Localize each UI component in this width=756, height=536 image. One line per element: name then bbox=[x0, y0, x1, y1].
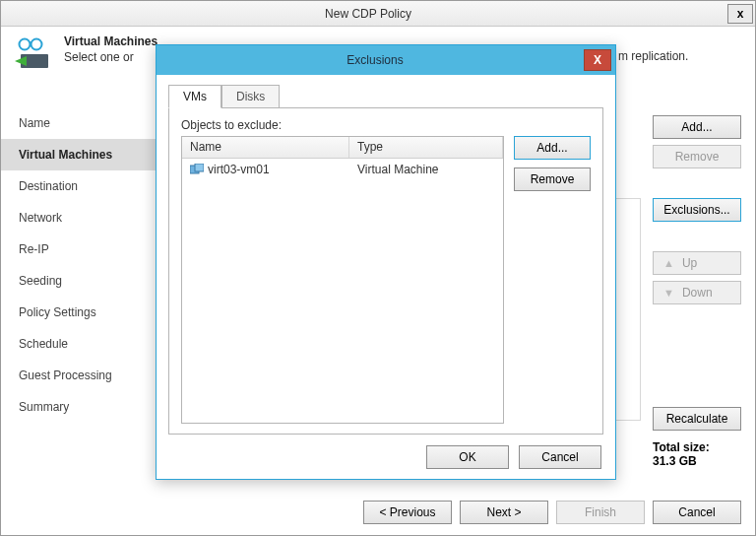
wizard-step-title: Virtual Machines bbox=[64, 34, 158, 48]
previous-button[interactable]: < Previous bbox=[363, 501, 452, 524]
exclusions-dialog: Exclusions X VMs Disks Objects to exclud… bbox=[156, 44, 616, 480]
exclusions-tabs: VMs Disks bbox=[168, 85, 603, 108]
svg-point-0 bbox=[20, 39, 31, 50]
tab-disks[interactable]: Disks bbox=[221, 85, 280, 108]
remove-button: Remove bbox=[653, 145, 741, 168]
total-size-value: 31.3 GB bbox=[653, 454, 741, 468]
sidebar-item-name[interactable]: Name bbox=[1, 107, 160, 139]
exclusions-button[interactable]: Exclusions... bbox=[653, 198, 741, 222]
sidebar-item-guest-processing[interactable]: Guest Processing bbox=[1, 360, 160, 391]
sidebar-item-destination[interactable]: Destination bbox=[1, 170, 160, 202]
sidebar-item-policy-settings[interactable]: Policy Settings bbox=[1, 297, 160, 328]
window-titlebar: New CDP Policy x bbox=[1, 1, 755, 27]
tab-vms[interactable]: VMs bbox=[168, 85, 221, 108]
wizard-step-subtitle-tail: m replication. bbox=[618, 49, 688, 63]
wizard-steps-sidebar: Name Virtual Machines Destination Networ… bbox=[1, 80, 160, 490]
move-up-button: ▲Up bbox=[653, 251, 741, 275]
virtual-machines-icon bbox=[13, 34, 58, 74]
total-size-label: Total size: bbox=[653, 440, 741, 454]
close-icon[interactable]: X bbox=[584, 49, 611, 71]
cancel-button[interactable]: Cancel bbox=[653, 501, 741, 524]
exclusions-footer: OK Cancel bbox=[157, 436, 615, 479]
column-type[interactable]: Type bbox=[349, 137, 503, 158]
exclude-remove-button[interactable]: Remove bbox=[514, 168, 591, 191]
svg-point-1 bbox=[32, 39, 42, 50]
finish-button: Finish bbox=[556, 501, 645, 524]
tab-panel-vms: Objects to exclude: Name Type virt03-vm0… bbox=[168, 107, 603, 435]
move-down-button: ▼Down bbox=[653, 281, 741, 304]
sidebar-item-summary[interactable]: Summary bbox=[1, 391, 160, 423]
svg-rect-5 bbox=[195, 164, 204, 171]
sidebar-item-virtual-machines[interactable]: Virtual Machines bbox=[1, 139, 160, 170]
window-title: New CDP Policy bbox=[9, 7, 727, 21]
arrow-up-icon: ▲ bbox=[663, 257, 674, 269]
cdp-policy-wizard: New CDP Policy x Virtual Machines Select… bbox=[0, 0, 756, 536]
wizard-step-subtitle: Select one or bbox=[64, 50, 158, 64]
exclusions-title: Exclusions bbox=[166, 53, 584, 67]
add-button[interactable]: Add... bbox=[653, 115, 741, 139]
table-row[interactable]: virt03-vm01 Virtual Machine bbox=[182, 159, 503, 180]
sidebar-item-network[interactable]: Network bbox=[1, 202, 160, 234]
recalculate-area: Recalculate Total size: 31.3 GB bbox=[653, 407, 741, 468]
cell-name: virt03-vm01 bbox=[182, 161, 349, 178]
vm-list-buttons: Add... Remove Exclusions... ▲Up ▼Down bbox=[653, 115, 741, 304]
sidebar-item-re-ip[interactable]: Re-IP bbox=[1, 234, 160, 265]
close-icon[interactable]: x bbox=[727, 4, 753, 24]
exclusions-titlebar: Exclusions X bbox=[157, 45, 615, 75]
exclusions-body: VMs Disks Objects to exclude: Name Type bbox=[168, 85, 603, 434]
column-name[interactable]: Name bbox=[182, 137, 349, 158]
arrow-down-icon: ▼ bbox=[663, 287, 674, 299]
sidebar-item-seeding[interactable]: Seeding bbox=[1, 265, 160, 297]
wizard-footer: < Previous Next > Finish Cancel bbox=[1, 490, 755, 535]
exclude-grid[interactable]: Name Type virt03-vm01 Virtual Machine bbox=[181, 136, 504, 424]
ok-button[interactable]: OK bbox=[426, 445, 509, 469]
cell-type: Virtual Machine bbox=[349, 161, 503, 178]
total-size: Total size: 31.3 GB bbox=[653, 440, 741, 468]
exclude-add-button[interactable]: Add... bbox=[514, 136, 591, 160]
next-button[interactable]: Next > bbox=[460, 501, 548, 524]
vm-icon bbox=[190, 164, 204, 175]
sidebar-item-schedule[interactable]: Schedule bbox=[1, 328, 160, 360]
objects-to-exclude-label: Objects to exclude: bbox=[181, 118, 591, 132]
exclude-grid-header: Name Type bbox=[182, 137, 503, 159]
cancel-button[interactable]: Cancel bbox=[519, 445, 601, 469]
recalculate-button[interactable]: Recalculate bbox=[653, 407, 741, 431]
exclude-panel-buttons: Add... Remove bbox=[514, 136, 591, 424]
